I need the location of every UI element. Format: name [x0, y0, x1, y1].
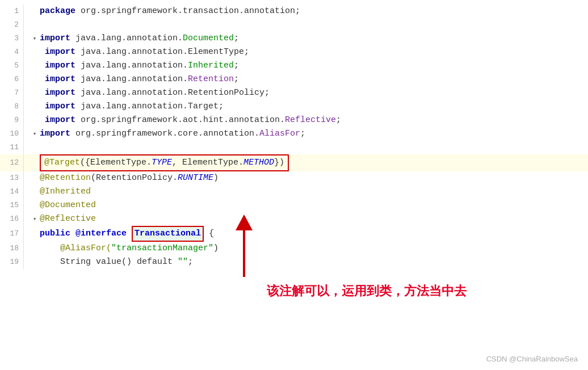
fold-icon[interactable] — [31, 141, 39, 154]
code-content: import org.springframework.aot.hint.anno… — [40, 113, 588, 127]
fold-icon[interactable]: ▾ — [31, 212, 39, 226]
code-line: 1 package org.springframework.transactio… — [0, 5, 588, 18]
fold-icon[interactable] — [31, 113, 39, 127]
code-line: 10▾import org.springframework.core.annot… — [0, 127, 588, 141]
code-token: public — [40, 227, 75, 241]
line-number: 10 — [0, 127, 24, 141]
code-line: 5 import java.lang.annotation.Inherited; — [0, 59, 588, 73]
code-content: @Documented — [40, 199, 588, 212]
line-number: 13 — [0, 171, 24, 185]
code-token: java.lang.annotation.Target; — [81, 100, 224, 113]
line-number: 5 — [0, 59, 24, 73]
code-token: @Reflective — [40, 212, 96, 226]
fold-icon[interactable] — [31, 154, 39, 171]
line-number: 19 — [0, 255, 24, 269]
line-number: 3 — [0, 32, 24, 45]
code-token: Retention — [188, 73, 234, 86]
code-token: import — [40, 59, 81, 73]
code-token: Inherited — [188, 59, 234, 73]
code-token: import — [40, 73, 81, 86]
code-line: 2 — [0, 18, 588, 32]
code-line: 14 @Inherited — [0, 185, 588, 199]
line-number: 14 — [0, 185, 24, 199]
code-token: java.lang.annotation. — [81, 59, 188, 73]
code-line: 18 @AliasFor("transactionManager") — [0, 242, 588, 255]
line-number: 12 — [0, 154, 24, 171]
code-token: package — [40, 5, 81, 18]
code-line: 4 import java.lang.annotation.ElementTyp… — [0, 45, 588, 59]
code-content: @Reflective — [40, 212, 588, 226]
code-token: @Retention — [40, 171, 91, 185]
code-token: TYPE — [152, 158, 172, 167]
code-token: , ElementType. — [172, 158, 243, 167]
fold-icon[interactable] — [31, 242, 39, 255]
line-number: 11 — [0, 141, 24, 154]
code-token: org.springframework.transaction.annotati… — [81, 5, 300, 18]
code-line: 8 import java.lang.annotation.Target; — [0, 100, 588, 113]
fold-icon[interactable] — [31, 255, 39, 269]
code-token: @interface — [75, 227, 132, 241]
code-token: { — [204, 227, 214, 241]
code-token: ) — [213, 242, 219, 255]
line-number: 9 — [0, 113, 24, 127]
code-content: import java.lang.annotation.RetentionPol… — [40, 86, 588, 100]
code-token: AliasFor — [259, 127, 300, 141]
code-content: import java.lang.annotation.Documented; — [40, 32, 588, 45]
code-token: import — [40, 113, 81, 127]
fold-icon[interactable] — [31, 226, 39, 242]
code-token: (RetentionPolicy. — [91, 171, 178, 185]
line-number: 6 — [0, 73, 24, 86]
code-token: "" — [178, 255, 188, 269]
code-token: ; — [336, 113, 341, 127]
code-token: ) — [213, 171, 219, 185]
fold-icon[interactable] — [31, 100, 39, 113]
code-content: public @interface Transactional { — [40, 226, 588, 242]
code-line: 13 @Retention(RetentionPolicy.RUNTIME) — [0, 171, 588, 185]
code-content: import java.lang.annotation.Inherited; — [40, 59, 588, 73]
code-content: import java.lang.annotation.Target; — [40, 100, 588, 113]
code-token: import — [40, 86, 81, 100]
code-token: ; — [234, 73, 239, 86]
code-token: @Inherited — [40, 185, 91, 199]
fold-icon[interactable] — [31, 171, 39, 185]
code-token: METHOD — [243, 158, 274, 167]
code-token: java.lang.annotation.RetentionPolicy; — [81, 86, 270, 100]
code-line: 19 String value() default ""; — [0, 255, 588, 269]
code-token: RUNTIME — [178, 171, 213, 185]
fold-icon[interactable] — [31, 45, 39, 59]
code-token: @Documented — [40, 199, 96, 212]
code-line: 3▾import java.lang.annotation.Documented… — [0, 32, 588, 45]
fold-icon[interactable]: ▾ — [31, 127, 39, 141]
line-number: 15 — [0, 199, 24, 212]
code-token: Reflective — [285, 113, 336, 127]
code-line: 9 import org.springframework.aot.hint.an… — [0, 113, 588, 127]
code-token: java.lang.annotation. — [75, 32, 183, 45]
code-token: @Target — [44, 158, 80, 167]
fold-icon[interactable] — [31, 59, 39, 73]
code-content: String value() default ""; — [40, 255, 588, 269]
code-content — [40, 18, 588, 32]
code-token: String value() default — [40, 255, 178, 269]
code-token: org.springframework.aot.hint.annotation. — [81, 113, 285, 127]
code-token: "transactionManager" — [111, 242, 213, 255]
line-number: 16 — [0, 212, 24, 226]
fold-icon[interactable] — [31, 18, 39, 32]
code-content: @Retention(RetentionPolicy.RUNTIME) — [40, 171, 588, 185]
code-token: import — [40, 100, 81, 113]
code-line: 7 import java.lang.annotation.RetentionP… — [0, 86, 588, 100]
code-token: @AliasFor( — [40, 242, 111, 255]
watermark: CSDN @ChinaRainbowSea — [486, 355, 578, 363]
annotation-text: 该注解可以，运用到类，方法当中去 — [267, 283, 467, 300]
code-line: 12 @Target({ElementType.TYPE, ElementTyp… — [0, 154, 588, 171]
code-line: 15 @Documented — [0, 199, 588, 212]
fold-icon[interactable] — [31, 5, 39, 18]
fold-icon[interactable] — [31, 199, 39, 212]
code-content: @AliasFor("transactionManager") — [40, 242, 588, 255]
code-token: import — [40, 45, 81, 59]
code-content: package org.springframework.transaction.… — [40, 5, 588, 18]
fold-icon[interactable] — [31, 86, 39, 100]
line-number: 8 — [0, 100, 24, 113]
fold-icon[interactable]: ▾ — [31, 32, 39, 45]
fold-icon[interactable] — [31, 73, 39, 86]
fold-icon[interactable] — [31, 185, 39, 199]
